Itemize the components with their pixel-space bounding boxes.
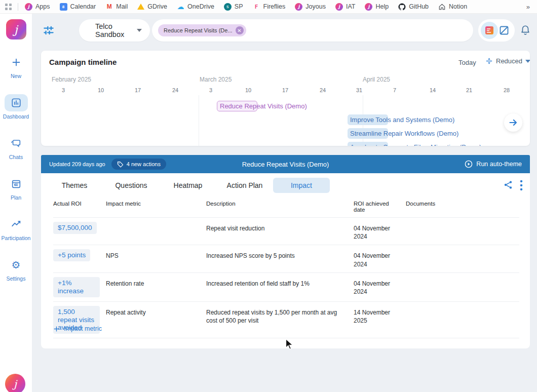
sidebar-item-participation[interactable]: Participation — [2, 216, 31, 241]
metric-cell: Retention rate — [106, 277, 206, 288]
column-header: Description — [206, 201, 354, 207]
divider — [18, 3, 18, 11]
filter-chip[interactable]: Reduce Repeat Visits (De... ✕ — [158, 24, 246, 36]
search-input[interactable]: Reduce Repeat Visits (De... ✕ — [152, 19, 473, 42]
table-row: +1% increase Retention rate Increased re… — [53, 272, 519, 301]
metric-cell — [106, 222, 206, 224]
sidebar: j New Dashboard Chats Plan Participation — [0, 14, 32, 392]
bookmark-calendar[interactable]: 8Calendar — [60, 3, 96, 11]
github-icon — [398, 3, 406, 11]
collapse-vertical-icon — [485, 57, 493, 65]
metric-cell: Repeat activity — [106, 306, 206, 317]
day-tick: 21 — [466, 87, 472, 93]
filter-sliders-icon[interactable] — [42, 24, 55, 37]
description-cell: Reduced repeat visits by 1,500 per month… — [206, 306, 354, 325]
bookmark-sharepoint[interactable]: sSP — [224, 3, 243, 11]
tab-action-plan[interactable]: Action Plan — [216, 178, 273, 193]
workspace-selector[interactable]: Telco Sandbox — [79, 19, 150, 42]
bookmark-github[interactable]: GitHub — [398, 3, 429, 11]
campaign-content-card: Themes Questions Heatmap Action Plan Imp… — [41, 173, 530, 348]
joyous-icon: j — [335, 3, 343, 11]
day-tick: 10 — [98, 87, 104, 93]
impact-table: Actual ROI Impact metric Description ROI… — [53, 201, 519, 338]
campaign-timeline-card: Campaign timeline Today Reduced February… — [41, 51, 530, 146]
table-row: 1,500 repeat visits avoided Repeat activ… — [53, 301, 519, 339]
play-circle-icon — [465, 160, 473, 168]
day-tick: 31 — [356, 87, 362, 93]
campaign-label[interactable]: Improve Tools and Systems (Demo) — [350, 114, 454, 125]
description-cell: Repeat visit reduction — [206, 222, 354, 232]
close-icon[interactable]: ✕ — [236, 26, 244, 34]
table-row: $7,500,000 Repeat visit reduction 04 Nov… — [53, 217, 519, 245]
day-tick: 7 — [393, 87, 396, 93]
topbar-icons-group — [478, 19, 515, 42]
metric-cell: NPS — [106, 249, 206, 260]
tab-themes[interactable]: Themes — [46, 178, 103, 193]
column-header: ROI achieved date — [354, 201, 406, 213]
bookmark-gdrive[interactable]: GDrive — [137, 3, 167, 10]
apps-grid-icon[interactable] — [5, 4, 12, 10]
tab-heatmap[interactable]: Heatmap — [160, 178, 216, 193]
bookmarks-overflow-chevron[interactable]: » — [491, 3, 537, 11]
campaign-label[interactable]: Accelerate Copper to Fiber Migration (De… — [350, 142, 481, 146]
bookmark-mail[interactable]: MMail — [105, 3, 128, 11]
survey-button[interactable] — [481, 22, 498, 39]
joyous-icon: j — [25, 3, 32, 11]
add-impact-metric-button[interactable]: Impact metric — [53, 325, 102, 332]
sidebar-item-dashboard[interactable]: Dashboard — [3, 94, 29, 120]
timeline-title: Campaign timeline — [49, 58, 117, 66]
joyous-logo[interactable]: j — [6, 19, 26, 40]
day-tick: 10 — [245, 87, 251, 93]
bookmark-iat[interactable]: jIAT — [335, 3, 356, 11]
day-tick: 17 — [282, 87, 288, 93]
sharepoint-icon: s — [224, 3, 232, 11]
tag-icon — [117, 161, 124, 168]
campaign-header-bar: Updated 209 days ago 4 new actions Reduc… — [41, 155, 530, 173]
sidebar-item-settings[interactable]: ⚙ Settings — [5, 256, 28, 282]
roi-value[interactable]: $7,500,000 — [53, 222, 97, 234]
sidebar-item-chats[interactable]: Chats — [5, 135, 28, 160]
run-auto-theme-button[interactable]: Run auto-theme — [465, 160, 522, 168]
timeline-next-button[interactable] — [504, 113, 522, 132]
bookmark-apps[interactable]: jApps — [25, 3, 50, 11]
tab-questions[interactable]: Questions — [103, 178, 160, 193]
calendar-icon — [11, 178, 22, 189]
day-tick: 14 — [430, 87, 436, 93]
description-cell: Increased retention of field staff by 1% — [206, 277, 354, 288]
today-button[interactable]: Today — [458, 59, 476, 66]
month-label: April 2025 — [363, 76, 390, 83]
bookmark-help[interactable]: jHelp — [365, 3, 389, 11]
campaign-label[interactable]: Reduce Repeat Visits (Demo) — [220, 101, 307, 111]
bookmark-notion[interactable]: Notion — [438, 3, 467, 11]
campaign-label[interactable]: Streamline Repair Workflows (Demo) — [350, 128, 458, 139]
bar-chart-icon — [11, 97, 22, 108]
chevron-down-icon — [137, 29, 142, 32]
timeline-view-mode-dropdown[interactable]: Reduced — [485, 57, 530, 65]
plus-icon — [53, 326, 60, 332]
tab-impact[interactable]: Impact — [273, 178, 330, 193]
new-actions-badge[interactable]: 4 new actions — [111, 159, 166, 170]
column-header: Documents — [406, 201, 519, 207]
campaign-tabs: Themes Questions Heatmap Action Plan Imp… — [46, 178, 330, 193]
no-notes-icon[interactable] — [498, 25, 510, 36]
sidebar-item-new[interactable]: New — [5, 54, 28, 79]
chat-bubbles-icon — [11, 138, 22, 149]
more-options-icon[interactable]: ••• — [518, 179, 525, 191]
google-drive-icon — [137, 4, 144, 10]
share-icon[interactable] — [503, 179, 514, 191]
bookmark-onedrive[interactable]: ☁OneDrive — [177, 3, 214, 11]
survey-icon — [484, 25, 494, 35]
bookmark-fireflies[interactable]: FFireflies — [253, 3, 286, 11]
workspace-name: Telco Sandbox — [95, 22, 137, 38]
app-screen: jApps 8Calendar MMail GDrive ☁OneDrive s… — [0, 0, 537, 392]
table-row: +5 points NPS Increased NPS score by 5 p… — [53, 245, 519, 272]
bookmark-joyous[interactable]: jJoyous — [295, 3, 326, 11]
chevron-down-icon — [525, 60, 530, 63]
day-tick: 24 — [172, 87, 178, 93]
sidebar-item-plan[interactable]: Plan — [5, 175, 28, 201]
roi-value[interactable]: +5 points — [53, 249, 90, 261]
updated-timestamp: Updated 209 days ago — [49, 161, 105, 167]
notifications-bell-icon[interactable] — [520, 24, 531, 37]
plus-icon — [11, 57, 22, 68]
roi-value[interactable]: +1% increase — [53, 277, 100, 297]
